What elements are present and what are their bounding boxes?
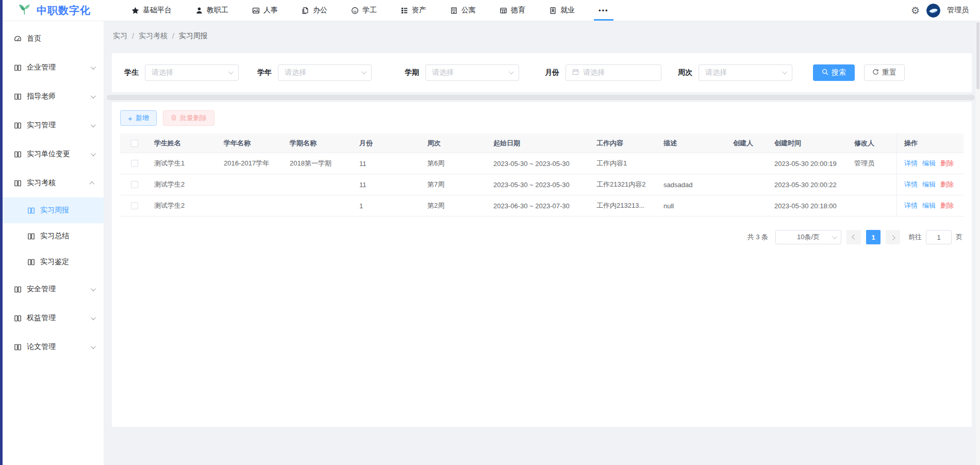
breadcrumb-item-current: 实习周报	[179, 31, 208, 41]
sidebar-item-safety[interactable]: 安全管理	[3, 275, 104, 304]
detail-link[interactable]: 详情	[904, 201, 918, 210]
prev-page-button[interactable]	[846, 230, 861, 244]
delete-link[interactable]: 删除	[940, 180, 954, 189]
sidebar: 首页 企业管理 指导老师 实习管理 实习单位变更 实习考核	[3, 21, 104, 465]
vertical-scrollbar-track[interactable]	[976, 21, 980, 465]
row-checkbox[interactable]	[131, 160, 138, 167]
nav-item-office[interactable]: 办公	[294, 0, 335, 21]
nav-label: 基础平台	[143, 6, 172, 15]
cell-actions: 详情 编辑 删除	[896, 174, 964, 195]
chevron-down-icon	[91, 64, 96, 70]
select-all-checkbox[interactable]	[131, 140, 138, 147]
cell-date-range: 2023-06-30 ~ 2023-07-30	[488, 195, 591, 216]
cell-creator	[728, 195, 769, 216]
search-button[interactable]: 搜索	[813, 64, 855, 81]
page-unit-label: 页	[956, 232, 962, 242]
page-number-current[interactable]: 1	[866, 230, 881, 244]
app-logo[interactable]: 中职数字化	[0, 3, 124, 19]
book-icon	[14, 151, 22, 158]
goto-page-input[interactable]	[926, 230, 952, 244]
cell-modifier: 管理员	[849, 153, 896, 174]
cell-term	[285, 195, 354, 216]
page-size-select[interactable]: 10条/页	[775, 230, 841, 244]
nav-item-more[interactable]: •••	[591, 0, 617, 21]
column-header: 月份	[354, 134, 422, 153]
nav-item-asset[interactable]: 资产	[393, 0, 434, 21]
nav-item-hr[interactable]: 人事	[244, 0, 286, 21]
detail-link[interactable]: 详情	[904, 180, 918, 189]
book-icon	[14, 179, 22, 187]
calendar-icon	[572, 68, 579, 77]
next-page-button[interactable]	[886, 230, 900, 244]
column-header: 学期名称	[285, 134, 354, 153]
cell-description: sadsadad	[658, 174, 728, 195]
left-accent-strip	[0, 0, 3, 465]
nav-item-apartment[interactable]: 公寓	[442, 0, 484, 21]
vertical-scrollbar-thumb[interactable]	[976, 22, 979, 89]
row-checkbox[interactable]	[131, 202, 138, 209]
add-button[interactable]: + 新增	[120, 110, 157, 126]
edit-link[interactable]: 编辑	[922, 159, 936, 168]
cell-student-name: 测试学生1	[149, 153, 219, 174]
year-select[interactable]: 请选择	[278, 64, 372, 81]
breadcrumb: 实习 / 实习考核 / 实习周报	[104, 21, 980, 50]
cell-work-content: 工作21321内容2	[591, 174, 658, 195]
sidebar-subitem-label: 实习总结	[40, 231, 69, 241]
cell-month: 11	[354, 153, 422, 174]
cell-week: 第6周	[422, 153, 488, 174]
gear-icon[interactable]: ⚙	[911, 6, 920, 15]
chevron-down-icon	[782, 69, 787, 74]
cell-week: 第7周	[422, 174, 488, 195]
book-icon	[14, 122, 22, 129]
breadcrumb-item[interactable]: 实习考核	[139, 31, 168, 41]
sidebar-item-home[interactable]: 首页	[3, 24, 104, 53]
sidebar-item-unit-change[interactable]: 实习单位变更	[3, 140, 104, 169]
column-header: 周次	[422, 134, 488, 153]
nav-item-moral[interactable]: 德育	[492, 0, 533, 21]
month-date-input[interactable]: 请选择	[566, 64, 661, 81]
week-select[interactable]: 请选择	[699, 64, 792, 81]
sidebar-subitem-weekly-report[interactable]: 实习周报	[3, 197, 104, 223]
nav-item-student[interactable]: 学工	[343, 0, 385, 21]
term-select[interactable]: 请选择	[425, 64, 519, 81]
chevron-down-icon	[361, 69, 367, 74]
username[interactable]: 管理员	[947, 6, 969, 15]
delete-link[interactable]: 删除	[940, 201, 954, 210]
sidebar-item-tutor[interactable]: 指导老师	[3, 82, 104, 111]
cell-date-range: 2023-05-30 ~ 2023-05-30	[488, 174, 591, 195]
edit-link[interactable]: 编辑	[922, 180, 936, 189]
column-header: 工作内容	[591, 134, 658, 153]
row-checkbox[interactable]	[131, 181, 138, 188]
breadcrumb-item[interactable]: 实习	[113, 31, 127, 41]
term-filter-label: 学期	[405, 68, 419, 77]
edit-link[interactable]: 编辑	[922, 201, 936, 210]
avatar[interactable]	[926, 4, 940, 18]
column-header-actions: 操作	[896, 134, 964, 153]
column-header: 创建人	[728, 134, 769, 153]
nav-item-platform[interactable]: 基础平台	[124, 0, 179, 21]
batch-delete-button[interactable]: 批量删除	[163, 110, 214, 126]
sidebar-item-internship-mgmt[interactable]: 实习管理	[3, 111, 104, 140]
cell-week: 第2周	[422, 195, 488, 216]
chevron-down-icon	[509, 69, 514, 74]
sidebar-item-enterprise[interactable]: 企业管理	[3, 53, 104, 82]
horizontal-scrollbar[interactable]	[107, 95, 975, 100]
sidebar-subitem-summary[interactable]: 实习总结	[3, 223, 104, 249]
top-nav: 基础平台 教职工 人事 办公 学工	[124, 0, 625, 21]
sidebar-subitem-appraisal[interactable]: 实习鉴定	[3, 249, 104, 275]
reset-button-label: 重置	[882, 68, 896, 77]
sidebar-item-rights[interactable]: 权益管理	[3, 304, 104, 333]
sidebar-item-assessment[interactable]: 实习考核	[3, 169, 104, 197]
office-icon	[302, 7, 309, 14]
cell-year	[219, 195, 285, 216]
detail-link[interactable]: 详情	[904, 159, 918, 168]
sidebar-item-thesis[interactable]: 论文管理	[3, 333, 104, 361]
cell-work-content: 工作内容1	[591, 153, 658, 174]
book-icon	[14, 343, 22, 351]
delete-link[interactable]: 删除	[940, 159, 954, 168]
nav-item-employment[interactable]: 就业	[541, 0, 583, 21]
student-select[interactable]: 请选择	[145, 64, 239, 81]
reset-button[interactable]: 重置	[864, 64, 905, 81]
nav-item-staff[interactable]: 教职工	[188, 0, 236, 21]
cell-actions: 详情 编辑 删除	[896, 195, 964, 216]
